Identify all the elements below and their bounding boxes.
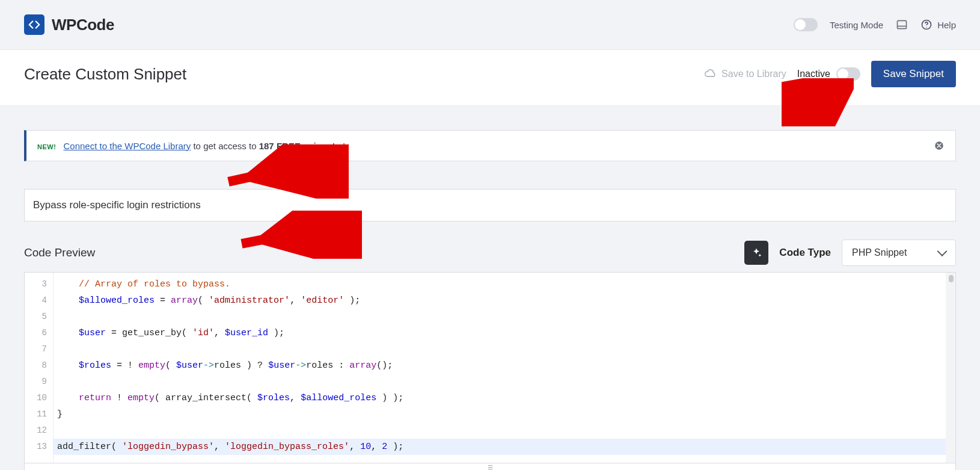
active-toggle-wrap: Inactive (797, 67, 860, 81)
brand-icon (24, 14, 44, 35)
header-actions: Save to Library Inactive Save Snippet (705, 61, 956, 87)
help-label: Help (937, 20, 956, 30)
code-line[interactable]: $user = get_user_by( 'id', $user_id ); (54, 325, 955, 341)
svg-point-3 (926, 27, 926, 28)
code-line[interactable]: $allowed_roles = array( 'administrator',… (54, 292, 955, 309)
code-line[interactable]: // Array of roles to bypass. (54, 276, 955, 292)
panel-icon[interactable] (895, 18, 908, 31)
library-notice-bold: 187 FREE snippets (259, 141, 340, 151)
close-icon[interactable] (934, 140, 945, 151)
code-type-label: Code Type (779, 247, 831, 259)
snippet-title-input[interactable] (24, 189, 956, 221)
library-notice-mid: to get access to (193, 141, 259, 151)
code-line[interactable] (54, 309, 955, 325)
library-notice-text: NEW! Connect to the WPCode Library to ge… (37, 141, 345, 151)
inactive-label: Inactive (797, 69, 830, 79)
page-header: Create Custom Snippet Save to Library In… (0, 50, 980, 106)
code-editor[interactable]: 345678910111213 // Array of roles to byp… (24, 272, 956, 463)
ai-suggest-button[interactable] (744, 241, 768, 265)
code-line[interactable]: $roles = ! empty( $user->roles ) ? $user… (54, 357, 955, 374)
testing-mode-label: Testing Mode (830, 20, 883, 30)
code-type-select[interactable]: PHP Snippet (842, 240, 956, 266)
new-badge: NEW! (37, 143, 56, 150)
editor-scrollbar[interactable] (946, 273, 955, 463)
save-snippet-button[interactable]: Save Snippet (871, 61, 956, 87)
testing-mode-toggle[interactable] (794, 18, 818, 31)
code-type-value: PHP Snippet (852, 247, 907, 258)
library-notice-tail: ! (343, 141, 345, 151)
active-toggle[interactable] (836, 67, 860, 81)
code-area[interactable]: // Array of roles to bypass. $allowed_ro… (54, 273, 955, 463)
brand-text: WPCode (52, 16, 114, 34)
code-line[interactable]: } (54, 406, 955, 422)
code-preview-heading: Code Preview (24, 246, 95, 259)
editor-resize-handle[interactable]: ☰ (24, 463, 956, 470)
help-button[interactable]: Help (920, 19, 956, 31)
save-to-library-button[interactable]: Save to Library (705, 68, 786, 80)
code-line[interactable] (54, 374, 955, 390)
code-line[interactable] (54, 422, 955, 439)
page-title: Create Custom Snippet (24, 65, 186, 84)
brand: WPCode (24, 14, 114, 35)
code-gutter: 345678910111213 (25, 273, 54, 463)
code-line[interactable] (54, 341, 955, 357)
topbar-right: Testing Mode Help (794, 18, 956, 31)
code-preview-header: Code Preview Code Type PHP Snippet (24, 240, 956, 266)
topbar: WPCode Testing Mode Help (0, 0, 980, 50)
code-line[interactable]: return ! empty( array_intersect( $roles,… (54, 390, 955, 406)
library-connect-link[interactable]: Connect to the WPCode Library (64, 141, 191, 151)
content: NEW! Connect to the WPCode Library to ge… (0, 106, 980, 470)
svg-rect-0 (898, 20, 907, 28)
save-to-library-label: Save to Library (721, 69, 786, 79)
code-line[interactable]: add_filter( 'loggedin_bypass', 'loggedin… (54, 439, 955, 455)
library-notice: NEW! Connect to the WPCode Library to ge… (24, 130, 956, 161)
